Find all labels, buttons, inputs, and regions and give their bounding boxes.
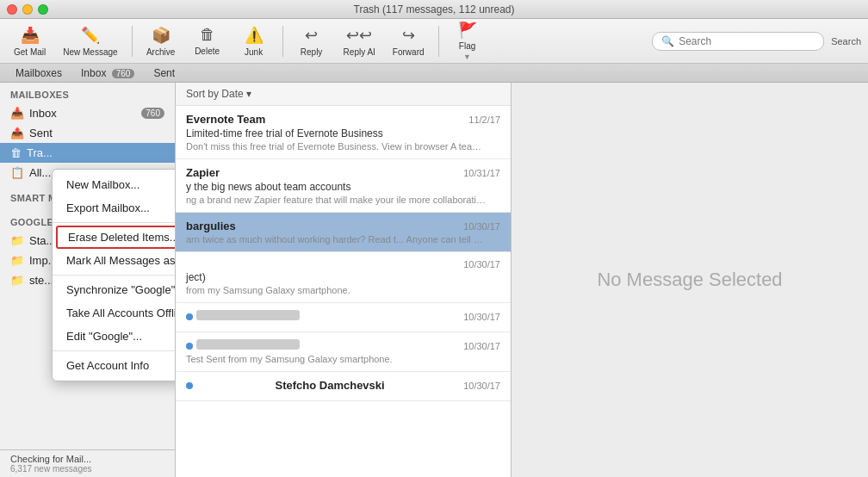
- no-message-text: No Message Selected: [597, 269, 782, 291]
- msg-date-stefcho: 10/30/17: [463, 381, 500, 391]
- get-mail-label: Get Mail: [14, 47, 46, 57]
- flag-button[interactable]: 🚩 Flag ▼: [446, 17, 489, 65]
- sidebar-item-trash[interactable]: 🗑 Tra...: [0, 143, 175, 163]
- get-mail-icon: 📥: [21, 26, 40, 45]
- imp-icon: 📁: [10, 254, 24, 267]
- toolbar-separator-1: [132, 26, 133, 57]
- reply-all-button[interactable]: ↩↩ Reply AI: [337, 22, 382, 60]
- minimize-button[interactable]: [22, 4, 33, 15]
- message-item-samsung[interactable]: 10/30/17 ject) from my Samsung Galaxy sm…: [176, 252, 511, 303]
- sidebar-inbox-badge: 760: [141, 108, 164, 119]
- msg-date-evernote: 11/2/17: [468, 115, 500, 125]
- msg-subject-zapier: y the big news about team accounts: [186, 181, 500, 193]
- archive-button[interactable]: 📦 Archive: [140, 22, 183, 60]
- window-controls[interactable]: [7, 4, 48, 15]
- get-mail-button[interactable]: 📥 Get Mail: [7, 22, 53, 60]
- delete-button[interactable]: 🗑 Delete: [186, 22, 229, 59]
- flag-label: Flag: [459, 41, 475, 51]
- all-icon: 📋: [10, 166, 24, 179]
- reply-icon: ↩: [305, 26, 318, 45]
- message-list-header: Sort by Date ▾: [176, 83, 511, 106]
- msg-sender-stefcho: Stefcho Damchevski: [276, 379, 385, 392]
- message-item-bargulies[interactable]: bargulies 10/30/17 arn twice as much wit…: [176, 213, 511, 252]
- msg-header-samsung: 10/30/17: [186, 259, 500, 269]
- msg-date-blur1: 10/30/17: [463, 312, 500, 322]
- sidebar: Mailboxes 📥 Inbox 760 📤 Sent 🗑 Tra... 📋 …: [0, 83, 176, 477]
- tab-sent[interactable]: Sent: [145, 65, 183, 81]
- tabbar: Mailboxes Inbox 760 Sent: [0, 64, 868, 83]
- ctx-synchronize[interactable]: Synchronize "Google": [53, 278, 176, 301]
- toolbar-separator-2: [282, 26, 283, 57]
- inbox-badge: 760: [112, 69, 135, 78]
- message-item-stefcho[interactable]: Stefcho Damchevski 10/30/17: [176, 372, 511, 401]
- msg-header-stefcho: Stefcho Damchevski 10/30/17: [186, 379, 500, 392]
- msg-sender-blur2: [196, 339, 300, 350]
- message-item-blur2[interactable]: 10/30/17 Test Sent from my Samsung Galax…: [176, 332, 511, 372]
- message-item-evernote[interactable]: Evernote Team 11/2/17 Limited-time free …: [176, 106, 511, 159]
- search-bar: 🔍: [652, 32, 824, 51]
- ctx-new-mailbox[interactable]: New Mailbox...: [53, 173, 176, 196]
- tab-mailboxes[interactable]: Mailboxes: [7, 65, 71, 81]
- msg-preview-zapier: ng a brand new Zapier feature that will …: [186, 195, 487, 205]
- ctx-separator-2: [53, 275, 176, 276]
- message-item-zapier[interactable]: Zapier 10/31/17 y the big news about tea…: [176, 159, 511, 213]
- msg-subject-evernote: Limited-time free trial of Evernote Busi…: [186, 127, 500, 139]
- statusbar: Checking for Mail... 6,317 new messages: [0, 449, 176, 477]
- ctx-erase-deleted[interactable]: Erase Deleted Items...: [56, 226, 176, 249]
- msg-preview-samsung: from my Samsung Galaxy smartphone.: [186, 285, 487, 295]
- tab-mailboxes-label: Mailboxes: [16, 67, 62, 79]
- new-message-button[interactable]: ✏️ New Message: [56, 22, 124, 60]
- reply-button[interactable]: ↩ Reply: [290, 22, 333, 60]
- window-title: Trash (117 messages, 112 unread): [354, 3, 515, 15]
- ctx-edit-google[interactable]: Edit "Google"...: [53, 325, 176, 348]
- msg-date-blur2: 10/30/17: [463, 341, 500, 351]
- new-message-label: New Message: [63, 47, 117, 57]
- msg-date-samsung: 10/30/17: [463, 259, 500, 269]
- ctx-export-mailbox[interactable]: Export Mailbox...: [53, 196, 176, 220]
- context-menu: New Mailbox... Export Mailbox... Erase D…: [52, 169, 176, 381]
- delete-icon: 🗑: [200, 26, 215, 44]
- junk-icon: ⚠️: [245, 26, 264, 45]
- archive-label: Archive: [146, 47, 175, 57]
- status-line2: 6,317 new messages: [10, 464, 165, 474]
- msg-sender-zapier: Zapier: [186, 166, 220, 179]
- new-message-icon: ✏️: [81, 26, 100, 45]
- sidebar-item-inbox[interactable]: 📥 Inbox 760: [0, 103, 175, 123]
- junk-label: Junk: [245, 47, 263, 57]
- forward-button[interactable]: ↪ Forward: [386, 22, 431, 60]
- flag-icon: 🚩: [458, 21, 477, 40]
- inbox-icon: 📥: [10, 107, 24, 120]
- flag-chevron-icon: ▼: [463, 53, 471, 61]
- reply-all-icon: ↩↩: [346, 26, 372, 45]
- msg-sender-blur1: [196, 310, 300, 320]
- forward-icon: ↪: [402, 26, 415, 45]
- message-item-blur1[interactable]: 10/30/17: [176, 303, 511, 332]
- main-content: Mailboxes 📥 Inbox 760 📤 Sent 🗑 Tra... 📋 …: [0, 83, 868, 477]
- sidebar-sent-label: Sent: [29, 127, 164, 139]
- sidebar-trash-label: Tra...: [27, 146, 164, 159]
- junk-button[interactable]: ⚠️ Junk: [232, 22, 276, 60]
- ctx-take-offline[interactable]: Take All Accounts Offline: [53, 301, 176, 325]
- unread-dot-blur2: [186, 343, 193, 350]
- maximize-button[interactable]: [38, 4, 48, 15]
- tab-sent-label: Sent: [153, 67, 175, 79]
- close-button[interactable]: [7, 4, 17, 15]
- sidebar-item-sent[interactable]: 📤 Sent: [0, 123, 175, 143]
- msg-date-bargulies: 10/30/17: [463, 221, 500, 232]
- tab-inbox[interactable]: Inbox 760: [72, 65, 143, 81]
- unread-dot-blur1: [186, 313, 193, 320]
- ctx-separator-1: [53, 222, 176, 223]
- msg-header-zapier: Zapier 10/31/17: [186, 166, 500, 179]
- toolbar: 📥 Get Mail ✏️ New Message 📦 Archive 🗑 De…: [0, 19, 868, 64]
- msg-subject-samsung: ject): [186, 271, 500, 283]
- msg-date-zapier: 10/31/17: [463, 168, 500, 178]
- sidebar-section-mailboxes: Mailboxes: [0, 83, 175, 103]
- no-message-panel: No Message Selected: [512, 83, 868, 477]
- sent-icon: 📤: [10, 127, 24, 139]
- search-input[interactable]: [679, 35, 815, 47]
- sidebar-inbox-label: Inbox: [29, 107, 136, 120]
- ctx-get-account-info[interactable]: Get Account Info: [53, 354, 176, 377]
- ctx-mark-all-read[interactable]: Mark All Messages as Read: [53, 249, 176, 272]
- msg-sender-evernote: Evernote Team: [186, 113, 265, 126]
- titlebar: Trash (117 messages, 112 unread): [0, 0, 868, 19]
